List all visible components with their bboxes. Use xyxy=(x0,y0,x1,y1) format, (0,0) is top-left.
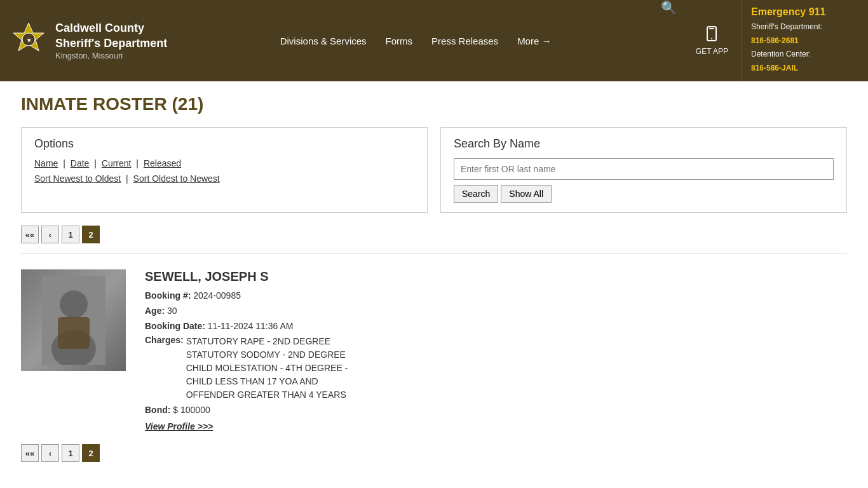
phone-icon xyxy=(702,25,721,44)
search-input[interactable] xyxy=(454,158,834,180)
get-app-label: GET APP xyxy=(696,47,728,56)
nav-divisions[interactable]: Divisions & Services xyxy=(280,36,367,46)
view-profile-link[interactable]: View Profile >>> xyxy=(145,421,213,431)
inmate-booking-num: Booking #: 2024-00985 xyxy=(145,289,847,302)
pagination-bottom: «« ‹ 1 2 xyxy=(21,444,847,462)
search-box: Search By Name Search Show All xyxy=(440,127,847,213)
sheriff-badge-icon: ★ xyxy=(10,22,48,60)
prev-page-btn-bottom[interactable]: ‹ xyxy=(41,444,59,462)
inmate-name: SEWELL, JOSEPH S xyxy=(145,269,847,284)
page1-btn-top[interactable]: 1 xyxy=(62,226,79,243)
inmate-record: SEWELL, JOSEPH S Booking #: 2024-00985 A… xyxy=(21,263,847,438)
search-title: Search By Name xyxy=(454,137,834,151)
options-title: Options xyxy=(34,137,414,151)
page-title: INMATE ROSTER (21) xyxy=(21,94,847,114)
logo-area: ★ Caldwell County Sheriff's Department K… xyxy=(0,0,177,81)
emergency-911-label: Emergency 911 xyxy=(751,6,858,18)
option-date-link[interactable]: Date xyxy=(71,158,90,168)
svg-point-5 xyxy=(711,38,712,39)
sheriff-phone: 816-586-2681 xyxy=(751,36,799,45)
dept-name2: Sheriff's Department xyxy=(55,36,167,51)
site-header: ★ Caldwell County Sheriff's Department K… xyxy=(0,0,868,81)
search-button[interactable]: Search xyxy=(454,185,498,203)
detention-phone: 816-586-JAIL xyxy=(751,64,798,72)
svg-rect-9 xyxy=(58,317,90,349)
sort-oldest-link[interactable]: Sort Oldest to Newest xyxy=(133,173,220,184)
page2-btn-top[interactable]: 2 xyxy=(82,226,100,243)
main-content: INMATE ROSTER (21) Options Name | Date |… xyxy=(8,81,860,481)
page2-btn-bottom[interactable]: 2 xyxy=(82,444,100,462)
inmate-photo xyxy=(21,269,126,371)
nav-press-releases[interactable]: Press Releases xyxy=(431,36,498,46)
emergency-panel: Emergency 911 Sheriff's Department: 816-… xyxy=(741,0,868,81)
options-box: Options Name | Date | Current | Released… xyxy=(21,127,428,213)
svg-rect-4 xyxy=(709,28,714,29)
option-current-link[interactable]: Current xyxy=(102,158,132,168)
options-links: Name | Date | Current | Released xyxy=(34,158,414,168)
pagination-top: «« ‹ 1 2 xyxy=(21,226,847,243)
dept-info: Caldwell County Sheriff's Department Kin… xyxy=(55,21,167,60)
inmate-age: Age: 30 xyxy=(145,304,847,318)
nav-more[interactable]: More → xyxy=(517,36,551,46)
page1-btn-bottom[interactable]: 1 xyxy=(62,444,79,462)
charges-text: STATUTORY RAPE - 2ND DEGREESTATUTORY SOD… xyxy=(186,335,348,402)
svg-text:★: ★ xyxy=(27,37,32,43)
get-app-button[interactable]: GET APP xyxy=(683,0,741,81)
option-name-link[interactable]: Name xyxy=(34,158,58,168)
first-page-btn-bottom[interactable]: «« xyxy=(21,444,39,462)
main-nav: Divisions & Services Forms Press Release… xyxy=(177,0,654,81)
inmate-booking-date: Booking Date: 11-11-2024 11:36 AM xyxy=(145,320,847,333)
nav-forms[interactable]: Forms xyxy=(386,36,413,46)
option-released-link[interactable]: Released xyxy=(144,158,181,168)
sheriff-dept-label: Sheriff's Department: 816-586-2681 Deten… xyxy=(751,20,858,75)
sort-newest-link[interactable]: Sort Newest to Oldest xyxy=(34,173,121,184)
dept-location: Kingston, Missouri xyxy=(55,51,167,60)
search-icon[interactable]: 🔍 xyxy=(654,0,683,81)
sort-links: Sort Newest to Oldest | Sort Oldest to N… xyxy=(34,173,414,184)
inmate-charges: Charges: STATUTORY RAPE - 2ND DEGREESTAT… xyxy=(145,335,847,402)
dept-name: Caldwell County xyxy=(55,21,167,36)
inmate-photo-svg xyxy=(42,276,105,365)
show-all-button[interactable]: Show All xyxy=(501,185,552,203)
inmate-info: SEWELL, JOSEPH S Booking #: 2024-00985 A… xyxy=(145,269,847,431)
search-buttons: Search Show All xyxy=(454,185,834,203)
first-page-btn-top[interactable]: «« xyxy=(21,226,39,243)
inmate-bond: Bond: $ 100000 xyxy=(145,403,847,417)
options-search-row: Options Name | Date | Current | Released… xyxy=(21,127,847,213)
svg-point-7 xyxy=(60,290,88,318)
prev-page-btn-top[interactable]: ‹ xyxy=(41,226,59,243)
divider-top xyxy=(21,253,847,254)
